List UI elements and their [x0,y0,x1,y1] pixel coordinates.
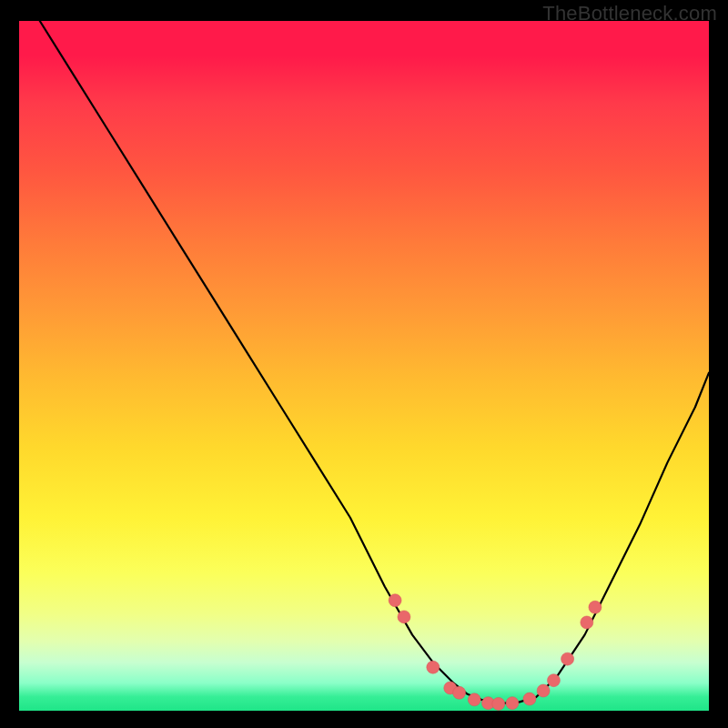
data-point [581,616,593,629]
plot-svg [19,21,709,711]
data-point [453,686,466,699]
data-point [561,652,574,665]
data-point [492,697,505,710]
data-point [506,697,519,710]
data-point [468,693,480,706]
data-point [398,611,410,623]
data-point [537,684,550,697]
chart-stage: TheBottleneck.com [0,0,728,728]
watermark-text: TheBottleneck.com [542,2,717,25]
bottleneck-curve [40,21,709,703]
data-points-group [389,594,602,711]
data-point [389,594,401,607]
data-point [547,674,560,687]
plot-area [19,21,709,711]
data-point [589,601,602,613]
data-point [523,693,536,705]
data-point [427,661,440,673]
